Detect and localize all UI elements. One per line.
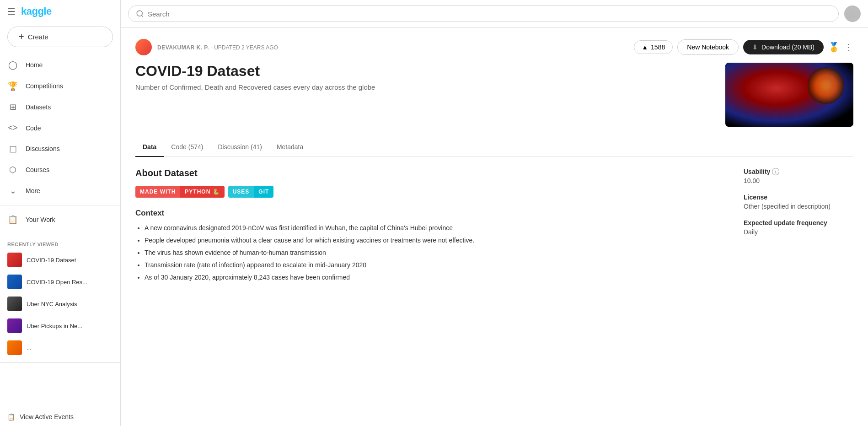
content-main: About Dataset MADE WITH PYTHON 🐍 USES GI… bbox=[135, 168, 729, 285]
hamburger-icon[interactable]: ☰ bbox=[7, 6, 16, 17]
sidebar-item-more[interactable]: ⌄ More bbox=[0, 180, 117, 201]
svg-line-1 bbox=[141, 15, 143, 16]
thumbnail bbox=[7, 318, 22, 333]
search-bar[interactable] bbox=[128, 5, 839, 22]
license-section: License Other (specified in description) bbox=[744, 194, 853, 210]
list-item: A new coronavirus designated 2019-nCoV w… bbox=[145, 223, 729, 233]
tab-data[interactable]: Data bbox=[135, 138, 164, 157]
author-action-bar: DEVAKUMAR K. P. · UPDATED 2 YEARS AGO ▲ … bbox=[135, 39, 853, 55]
recent-item-label: COVID-19 Open Res... bbox=[27, 279, 87, 286]
discussions-icon: ◫ bbox=[7, 144, 18, 154]
sidebar-item-label: Code bbox=[26, 124, 41, 132]
vote-count: 1588 bbox=[651, 43, 665, 51]
list-item[interactable]: Uber Pickups in Ne... bbox=[0, 315, 120, 337]
kaggle-logo[interactable]: kaggle bbox=[21, 5, 52, 17]
dataset-title: COVID-19 Dataset bbox=[135, 63, 714, 80]
sidebar-item-label: Datasets bbox=[26, 103, 51, 111]
thumbnail bbox=[7, 253, 22, 267]
thumbnail bbox=[7, 297, 22, 311]
dataset-subtitle: Number of Confirmed, Death and Recovered… bbox=[135, 83, 714, 91]
upvote-icon: ▲ bbox=[642, 43, 648, 51]
author-info: DEVAKUMAR K. P. · UPDATED 2 YEARS AGO bbox=[157, 43, 278, 51]
plus-icon: + bbox=[19, 32, 24, 42]
list-item[interactable]: COVID-19 Open Res... bbox=[0, 271, 120, 293]
recent-item-label: ... bbox=[27, 345, 32, 351]
action-bar: ▲ 1588 New Notebook ⇩ Download (20 MB) 🥇… bbox=[634, 39, 853, 55]
create-button[interactable]: + Create bbox=[7, 27, 113, 47]
list-item: People developed pneumonia without a cle… bbox=[145, 236, 729, 245]
user-icon bbox=[847, 8, 858, 19]
sidebar-item-datasets[interactable]: ⊞ Datasets bbox=[0, 97, 117, 118]
update-freq-title: Expected update frequency bbox=[744, 219, 853, 226]
context-list: A new coronavirus designated 2019-nCoV w… bbox=[135, 223, 729, 282]
search-input[interactable] bbox=[148, 10, 831, 18]
trophy-icon: 🏆 bbox=[7, 81, 18, 91]
download-label: Download (20 MB) bbox=[761, 43, 814, 51]
list-item: Transmission rate (rate of infection) ap… bbox=[145, 260, 729, 270]
sidebar-item-discussions[interactable]: ◫ Discussions bbox=[0, 138, 117, 159]
svg-point-2 bbox=[851, 10, 854, 14]
sidebar-item-label: Home bbox=[26, 61, 43, 69]
license-title: License bbox=[744, 194, 853, 201]
list-item[interactable]: COVID-19 Dataset bbox=[0, 249, 120, 271]
datasets-icon: ⊞ bbox=[7, 102, 18, 112]
new-notebook-button[interactable]: New Notebook bbox=[677, 39, 739, 55]
list-item[interactable]: Uber NYC Analysis bbox=[0, 293, 120, 315]
view-active-events-button[interactable]: 📋 View Active Events bbox=[0, 408, 120, 426]
sidebar-header: ☰ kaggle bbox=[0, 0, 120, 23]
sidebar-item-home[interactable]: ◯ Home bbox=[0, 54, 117, 75]
avatar[interactable] bbox=[844, 5, 861, 22]
title-image-row: COVID-19 Dataset Number of Confirmed, De… bbox=[135, 63, 853, 127]
meta-sidebar: Usability i 10.00 License Other (specifi… bbox=[744, 168, 853, 285]
divider bbox=[0, 205, 120, 205]
usability-section: Usability i 10.00 bbox=[744, 168, 853, 184]
tab-metadata[interactable]: Metadata bbox=[269, 138, 311, 157]
sidebar-item-label: Competitions bbox=[26, 82, 63, 90]
your-work-icon: 📋 bbox=[7, 215, 18, 225]
sidebar-item-competitions[interactable]: 🏆 Competitions bbox=[0, 75, 117, 97]
code-icon: <> bbox=[7, 123, 18, 133]
virus-visualization bbox=[725, 63, 853, 127]
your-work-label: Your Work bbox=[26, 216, 55, 223]
new-notebook-label: New Notebook bbox=[687, 43, 729, 51]
courses-icon: ⬡ bbox=[7, 165, 18, 175]
tag-value-python: PYTHON 🐍 bbox=[180, 186, 224, 198]
recently-viewed-label: Recently Viewed bbox=[0, 238, 120, 249]
tag-prefix-uses: USES bbox=[228, 186, 254, 198]
usability-title: Usability i bbox=[744, 168, 853, 175]
events-icon: 📋 bbox=[7, 413, 15, 421]
divider bbox=[0, 362, 120, 363]
sidebar-item-your-work[interactable]: 📋 Your Work bbox=[0, 209, 117, 230]
tab-code[interactable]: Code (574) bbox=[164, 138, 210, 157]
git-tag[interactable]: USES GIT bbox=[228, 186, 274, 198]
vote-button[interactable]: ▲ 1588 bbox=[634, 40, 673, 54]
dataset-image bbox=[725, 63, 853, 127]
view-events-label: View Active Events bbox=[20, 413, 74, 421]
info-icon[interactable]: i bbox=[772, 168, 779, 175]
sidebar-item-code[interactable]: <> Code bbox=[0, 118, 117, 138]
sidebar-item-courses[interactable]: ⬡ Courses bbox=[0, 159, 117, 180]
create-label: Create bbox=[28, 33, 48, 41]
updated-label: UPDATED 2 YEARS AGO bbox=[214, 44, 278, 51]
update-freq-value: Daily bbox=[744, 228, 853, 236]
python-tag[interactable]: MADE WITH PYTHON 🐍 bbox=[135, 186, 225, 198]
tab-discussion[interactable]: Discussion (41) bbox=[210, 138, 269, 157]
thumbnail bbox=[7, 340, 22, 355]
context-title: Context bbox=[135, 209, 729, 218]
update-freq-section: Expected update frequency Daily bbox=[744, 219, 853, 236]
svg-point-0 bbox=[137, 11, 142, 16]
content-area: DEVAKUMAR K. P. · UPDATED 2 YEARS AGO ▲ … bbox=[121, 28, 868, 426]
tabs: Data Code (574) Discussion (41) Metadata bbox=[135, 138, 853, 157]
sidebar-item-label: Discussions bbox=[26, 145, 60, 152]
list-item[interactable]: ... bbox=[0, 337, 120, 359]
list-item: The virus has shown evidence of human-to… bbox=[145, 248, 729, 258]
thumbnail bbox=[7, 275, 22, 289]
sidebar-item-label: Courses bbox=[26, 166, 49, 173]
sidebar-item-label: More bbox=[26, 187, 40, 194]
more-options-button[interactable]: ⋮ bbox=[844, 42, 853, 53]
main-content: DEVAKUMAR K. P. · UPDATED 2 YEARS AGO ▲ … bbox=[121, 0, 868, 426]
about-title: About Dataset bbox=[135, 168, 729, 178]
author-name: DEVAKUMAR K. P. bbox=[157, 44, 209, 51]
recent-item-label: Uber NYC Analysis bbox=[27, 301, 77, 307]
download-button[interactable]: ⇩ Download (20 MB) bbox=[743, 40, 824, 54]
